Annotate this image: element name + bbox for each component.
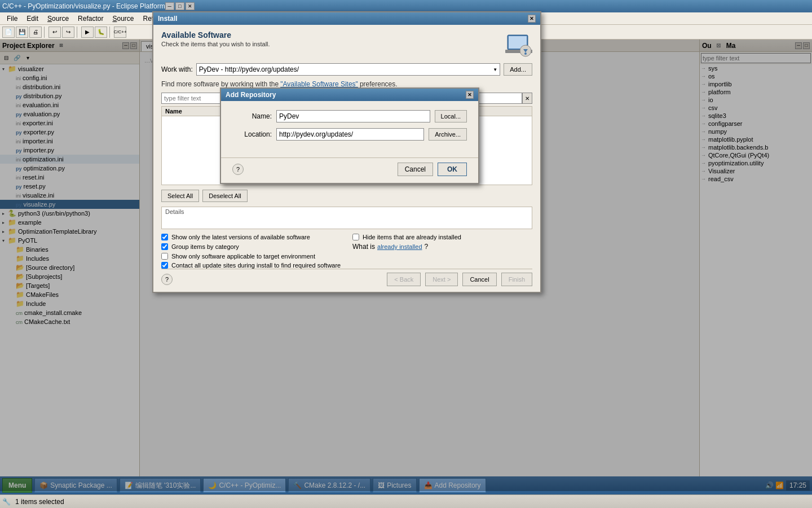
available-software-sites-link[interactable]: "Available Software Sites" bbox=[280, 80, 358, 88]
name-row: Name: Local... bbox=[232, 110, 467, 122]
add-repo-bottom: ? Cancel OK bbox=[221, 157, 478, 183]
archive-button[interactable]: Archive... bbox=[429, 128, 467, 141]
redo-button[interactable]: ↪ bbox=[62, 27, 74, 38]
new-button[interactable]: 📄 bbox=[2, 27, 15, 38]
work-with-value: PyDev - http://pydev.org/updates/ bbox=[199, 65, 299, 73]
save-button[interactable]: 💾 bbox=[16, 27, 28, 38]
bottom-buttons: ? < Back Next > Cancel Finish bbox=[161, 269, 532, 286]
svg-point-5 bbox=[524, 52, 527, 55]
checkboxes-section: Show only the latest versions of availab… bbox=[161, 234, 532, 269]
check-hide-installed: Hide items that are already installed bbox=[352, 234, 532, 240]
toolbar-separator-2 bbox=[77, 27, 79, 38]
location-label: Location: bbox=[232, 130, 272, 138]
menu-refactor[interactable]: Refactor bbox=[73, 14, 108, 24]
target-environment-checkbox[interactable] bbox=[161, 253, 168, 260]
add-repository-dialog: Add Repository ✕ Name: Local... Location… bbox=[220, 87, 479, 184]
group-by-category-label[interactable]: Group items by category bbox=[171, 243, 239, 250]
latest-versions-label[interactable]: Show only the latest versions of availab… bbox=[171, 234, 310, 240]
perspective-btn[interactable]: C/C++ bbox=[114, 27, 126, 38]
combo-arrow-icon: ▼ bbox=[493, 67, 497, 72]
location-input[interactable] bbox=[276, 128, 424, 141]
repo-help-button[interactable]: ? bbox=[232, 164, 244, 175]
group-by-category-checkbox[interactable] bbox=[161, 243, 168, 250]
add-repo-ok-button[interactable]: OK bbox=[438, 163, 467, 176]
menu-file[interactable]: File bbox=[2, 14, 22, 24]
install-title-section: Available Software Check the items that … bbox=[161, 30, 532, 58]
back-button[interactable]: < Back bbox=[387, 273, 421, 286]
menu-source[interactable]: Source bbox=[43, 14, 73, 24]
work-with-label: Work with: bbox=[161, 65, 193, 73]
minimize-button[interactable]: ─ bbox=[165, 2, 174, 10]
window-title: C/C++ - PyOptimization/visualize.py - Ec… bbox=[2, 2, 165, 10]
items-selected-status: 1 items selected bbox=[15, 498, 64, 506]
maximize-button[interactable]: □ bbox=[175, 2, 184, 10]
install-dialog-title: Install bbox=[158, 15, 178, 23]
add-repo-cancel-button[interactable]: Cancel bbox=[398, 163, 433, 176]
next-button[interactable]: Next > bbox=[425, 273, 458, 286]
help-button[interactable]: ? bbox=[161, 274, 173, 285]
name-input[interactable] bbox=[276, 110, 430, 122]
close-button[interactable]: ✕ bbox=[186, 2, 195, 10]
check-group-by-category: Group items by category bbox=[161, 243, 341, 251]
local-button[interactable]: Local... bbox=[435, 110, 467, 122]
contact-update-sites-checkbox[interactable] bbox=[161, 262, 168, 269]
what-is-text: What is bbox=[352, 243, 375, 251]
preferences-text: preferences. bbox=[360, 80, 398, 88]
install-dialog-header: Install ✕ bbox=[153, 12, 540, 25]
available-software-title: Available Software bbox=[161, 30, 270, 40]
install-dialog-close[interactable]: ✕ bbox=[528, 15, 536, 23]
target-environment-label[interactable]: Show only software applicable to target … bbox=[171, 253, 315, 260]
hide-installed-label[interactable]: Hide items that are already installed bbox=[363, 234, 461, 240]
check-latest-versions: Show only the latest versions of availab… bbox=[161, 234, 341, 240]
already-installed-link[interactable]: already installed bbox=[377, 243, 422, 250]
find-more-prefix: Find more software by working with the bbox=[161, 80, 279, 88]
run-button[interactable]: ▶ bbox=[81, 27, 94, 38]
finish-button[interactable]: Finish bbox=[501, 273, 532, 286]
check-target-environment: Show only software applicable to target … bbox=[161, 253, 341, 260]
filter-clear-icon[interactable]: ✕ bbox=[522, 93, 532, 104]
cancel-button[interactable]: Cancel bbox=[462, 273, 496, 286]
work-with-combo[interactable]: PyDev - http://pydev.org/updates/ ▼ bbox=[196, 63, 500, 76]
already-installed-row: What is already installed ? bbox=[352, 243, 532, 251]
action-buttons: Select All Deselect All bbox=[161, 190, 532, 202]
menu-source2[interactable]: Source bbox=[108, 14, 138, 24]
menu-edit[interactable]: Edit bbox=[22, 14, 43, 24]
debug-button[interactable]: 🐛 bbox=[95, 27, 107, 38]
details-section: Details bbox=[161, 207, 532, 229]
hide-installed-checkbox[interactable] bbox=[352, 234, 359, 240]
toolbar-separator-3 bbox=[109, 27, 112, 38]
location-row: Location: Archive... bbox=[232, 128, 467, 141]
name-label: Name: bbox=[232, 112, 272, 120]
find-more-text: Find more software by working with the "… bbox=[161, 80, 532, 88]
add-repo-title: Add Repository bbox=[226, 91, 276, 99]
details-label: Details bbox=[162, 207, 532, 216]
add-repo-body: Name: Local... Location: Archive... bbox=[221, 101, 478, 155]
add-repo-header: Add Repository ✕ bbox=[221, 89, 478, 101]
title-bar: C/C++ - PyOptimization/visualize.py - Ec… bbox=[0, 0, 812, 12]
add-repo-close-btn[interactable]: ✕ bbox=[466, 91, 474, 99]
status-text: 🔧 bbox=[2, 498, 11, 506]
already-installed-suffix: ? bbox=[425, 243, 429, 251]
toolbar-separator-1 bbox=[44, 27, 46, 38]
add-button[interactable]: Add... bbox=[504, 63, 532, 76]
latest-versions-checkbox[interactable] bbox=[161, 234, 168, 240]
available-software-subtitle: Check the items that you wish to install… bbox=[161, 41, 270, 47]
contact-update-sites-label[interactable]: Contact all update sites during install … bbox=[171, 262, 341, 269]
deselect-all-button[interactable]: Deselect All bbox=[202, 190, 247, 202]
print-button[interactable]: 🖨 bbox=[29, 27, 42, 38]
install-icon bbox=[505, 30, 532, 58]
work-with-row: Work with: PyDev - http://pydev.org/upda… bbox=[161, 63, 532, 76]
undo-button[interactable]: ↩ bbox=[48, 27, 61, 38]
select-all-button[interactable]: Select All bbox=[161, 190, 199, 202]
install-title-text: Available Software Check the items that … bbox=[161, 30, 270, 47]
check-contact-update-sites: Contact all update sites during install … bbox=[161, 262, 341, 269]
status-bar: 🔧 1 items selected bbox=[0, 494, 812, 508]
